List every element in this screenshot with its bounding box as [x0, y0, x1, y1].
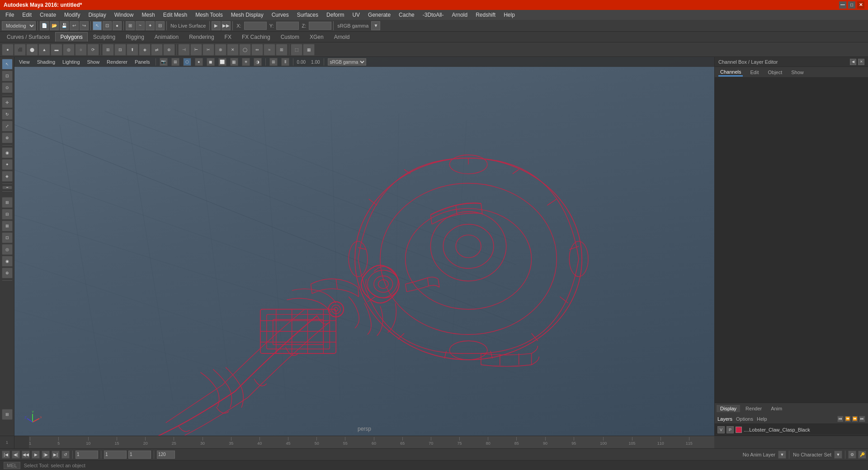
tab-sculpting[interactable]: Sculpting	[88, 32, 120, 42]
menu-generate[interactable]: Generate	[364, 11, 394, 19]
paint-btn[interactable]: ●	[113, 21, 122, 30]
layer-p-btn[interactable]: P	[726, 426, 734, 433]
shelf-combine-btn[interactable]: ⊞	[102, 44, 114, 56]
options-label[interactable]: Options	[736, 416, 753, 422]
tab-show[interactable]: Show	[789, 69, 806, 76]
vp-display-mode-btn[interactable]: ⊞	[171, 58, 179, 66]
y-input[interactable]	[276, 22, 299, 30]
shelf-torus-btn[interactable]: ◎	[63, 44, 75, 56]
tab-polygons[interactable]: Polygons	[55, 32, 87, 42]
shelf-fill-hole-btn[interactable]: ◯	[239, 44, 251, 56]
shelf-pipe-btn[interactable]: ○	[75, 44, 87, 56]
soft-modify-btn[interactable]: ◉	[2, 147, 13, 158]
menu-file[interactable]: File	[2, 11, 18, 19]
anim-layer-btn1[interactable]: ⏮	[837, 416, 844, 422]
render-btn[interactable]: ▶	[212, 21, 221, 30]
loop-btn[interactable]: ↺	[61, 451, 70, 459]
shelf-bridge-btn[interactable]: ⇌	[151, 44, 163, 56]
shelf-split-btn[interactable]: ✂	[203, 44, 214, 56]
vp-bounding-box-btn[interactable]: ⬜	[218, 58, 226, 66]
menu-3dtoall[interactable]: -3DtoAll-	[419, 11, 448, 19]
step-fwd-btn[interactable]: |▶	[42, 451, 50, 459]
display-settings-btn3[interactable]: ⊡	[2, 232, 13, 243]
maximize-button[interactable]: □	[848, 1, 855, 9]
shelf-uv-unfold-btn[interactable]: ⬚	[291, 44, 302, 56]
shelf-helix-btn[interactable]: ⟳	[87, 44, 99, 56]
display-settings-btn4[interactable]: ◎	[2, 244, 13, 255]
shelf-sphere-btn[interactable]: ●	[2, 44, 14, 56]
snap-grid-btn[interactable]: ⊞	[126, 21, 135, 30]
titlebar-controls[interactable]: — □ ✕	[839, 1, 864, 9]
shelf-extrude-btn[interactable]: ⬆	[127, 44, 138, 56]
shading-menu[interactable]: Shading	[35, 59, 57, 65]
timeline-ruler[interactable]: 1510152025303540455055606570758085909510…	[29, 436, 714, 448]
vp-wireframe-btn[interactable]: ⬡	[183, 58, 191, 66]
x-input[interactable]	[244, 22, 267, 30]
menu-mesh[interactable]: Mesh	[138, 11, 158, 19]
shelf-insert-edge-btn[interactable]: ⊣	[178, 44, 190, 56]
display-tab[interactable]: Display	[717, 405, 740, 412]
play-back-btn[interactable]: ◀◀	[22, 451, 30, 459]
display-layer-btn[interactable]: ⊞	[2, 197, 13, 208]
menu-create[interactable]: Create	[36, 11, 60, 19]
shelf-plane-btn[interactable]: ▬	[51, 44, 62, 56]
quick-sel-btn[interactable]: ⊞	[2, 409, 13, 420]
display-settings-btn5[interactable]: ◉	[2, 256, 13, 267]
shelf-cone-btn[interactable]: ▲	[38, 44, 50, 56]
menu-window[interactable]: Window	[111, 11, 137, 19]
vp-grid-btn[interactable]: ⊞	[269, 58, 278, 66]
tab-xgen[interactable]: XGen	[305, 32, 329, 42]
close-button[interactable]: ✕	[857, 1, 864, 9]
frame-input3[interactable]	[128, 451, 151, 459]
menu-edit[interactable]: Edit	[19, 11, 35, 19]
shelf-connect-btn[interactable]: ⊢	[190, 44, 202, 56]
tab-arnold[interactable]: Arnold	[329, 32, 355, 42]
mel-label[interactable]: MEL	[4, 462, 20, 469]
sculpt-btn[interactable]: ✦	[2, 159, 13, 170]
shelf-boolean-btn[interactable]: ⊕	[163, 44, 175, 56]
tab-edit[interactable]: Edit	[748, 69, 760, 76]
tab-fx[interactable]: FX	[220, 32, 236, 42]
gamma-select[interactable]: sRGB gamma	[328, 58, 366, 66]
shelf-subdivide-btn[interactable]: ⊞	[276, 44, 288, 56]
menu-edit-mesh[interactable]: Edit Mesh	[160, 11, 191, 19]
menu-surfaces[interactable]: Surfaces	[293, 11, 322, 19]
shelf-cylinder-btn[interactable]: ⬤	[26, 44, 38, 56]
play-btn[interactable]: ▶	[32, 451, 40, 459]
shelf-merge-btn[interactable]: ⊗	[215, 44, 226, 56]
display-settings-btn1[interactable]: ⊟	[2, 209, 13, 220]
help-label[interactable]: Help	[757, 416, 767, 422]
anim-layer-btn4[interactable]: ⏭	[859, 416, 865, 422]
anim-layer-btn3[interactable]: ⏩	[852, 416, 858, 422]
save-btn[interactable]: 💾	[60, 21, 69, 30]
character-set-dropdown-btn[interactable]: ▼	[834, 451, 842, 459]
menu-mesh-tools[interactable]: Mesh Tools	[192, 11, 226, 19]
vp-smooth-btn[interactable]: ●	[195, 58, 203, 66]
scale-tool-btn[interactable]: ⤢	[2, 121, 13, 132]
menu-arnold[interactable]: Arnold	[448, 11, 471, 19]
open-btn[interactable]: 📂	[50, 21, 59, 30]
tab-rigging[interactable]: Rigging	[121, 32, 149, 42]
panels-menu[interactable]: Panels	[133, 59, 152, 65]
step-back-btn[interactable]: ◀|	[12, 451, 20, 459]
viewport[interactable]: View Shading Lighting Show Renderer Pane…	[14, 57, 714, 436]
menu-redshift[interactable]: Redshift	[472, 11, 499, 19]
view-menu[interactable]: View	[17, 59, 32, 65]
vp-cam-btn[interactable]: 📷	[160, 58, 168, 66]
tab-custom[interactable]: Custom	[276, 32, 304, 42]
z-input[interactable]	[309, 22, 331, 30]
menu-modify[interactable]: Modify	[61, 11, 84, 19]
tab-object[interactable]: Object	[766, 69, 784, 76]
minimize-button[interactable]: —	[839, 1, 846, 9]
show-menu[interactable]: Show	[85, 59, 102, 65]
layer-v-btn[interactable]: V	[717, 426, 725, 433]
preferences-btn[interactable]: ⚙	[848, 451, 856, 459]
frame-end-input[interactable]	[157, 451, 175, 459]
go-start-btn[interactable]: |◀	[2, 451, 10, 459]
rp-collapse-btn[interactable]: ◀	[850, 59, 856, 65]
shelf-smooth-btn[interactable]: ≈	[264, 44, 275, 56]
auto-key-btn[interactable]: 🔑	[858, 451, 866, 459]
menu-deform[interactable]: Deform	[323, 11, 348, 19]
anim-layer-btn2[interactable]: ⏪	[844, 416, 851, 422]
display-settings-btn2[interactable]: ⊠	[2, 221, 13, 231]
